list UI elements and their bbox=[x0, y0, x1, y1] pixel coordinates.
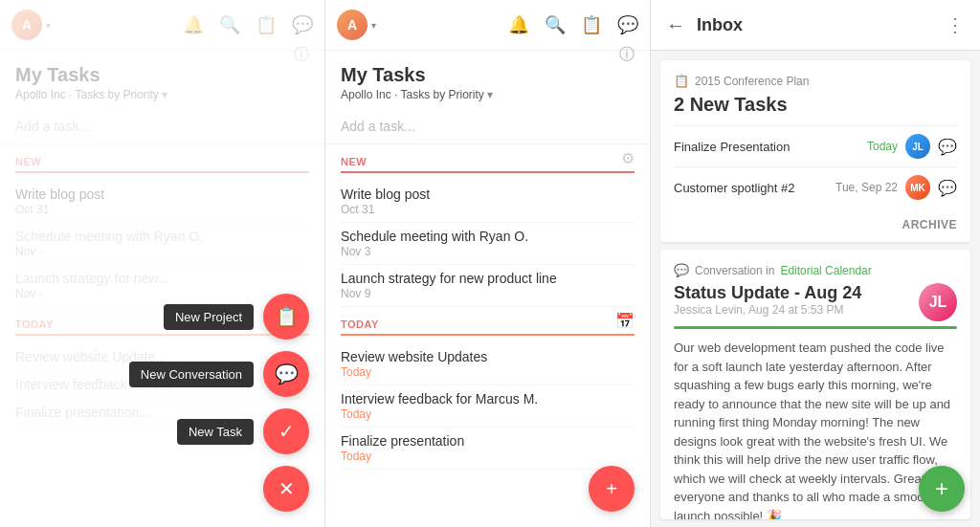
new-project-label: New Project bbox=[164, 304, 254, 330]
project-icon: 📋 bbox=[674, 74, 689, 88]
convo-label-row: 💬 Conversation in Editorial Calendar bbox=[674, 263, 957, 277]
task-date: Today bbox=[341, 365, 635, 379]
task-name: Write blog post bbox=[341, 187, 635, 202]
right-panel: ← Inbox ⋮ 📋 2015 Conference Plan 2 New T… bbox=[651, 0, 980, 527]
search-icon[interactable]: 🔍 bbox=[545, 14, 566, 35]
middle-fab-area: + bbox=[589, 466, 635, 512]
task-item[interactable]: Review website Updates Today bbox=[341, 343, 635, 385]
new-divider bbox=[341, 171, 635, 173]
card-task-row[interactable]: Finalize Presentation Today JL 💬 bbox=[674, 125, 957, 166]
conference-card: 📋 2015 Conference Plan 2 New Tasks Final… bbox=[660, 60, 970, 242]
convo-progress-bar bbox=[674, 326, 957, 329]
card-task-name: Finalize Presentation bbox=[674, 140, 859, 154]
task-item[interactable]: Launch strategy for new product line Nov… bbox=[341, 265, 635, 307]
conversation-icon: 💬 bbox=[674, 263, 689, 277]
task-name: Finalize presentation bbox=[341, 433, 635, 449]
right-fab-button[interactable]: + bbox=[919, 466, 965, 512]
card-task-name: Customer spotlight #2 bbox=[674, 181, 828, 195]
convo-title-row: Status Update - Aug 24 Jessica Levin, Au… bbox=[674, 283, 957, 324]
page-subtitle: Apollo Inc · Tasks by Priority ▾ bbox=[341, 88, 635, 101]
task-avatar: MK bbox=[905, 175, 930, 200]
page-title: My Tasks bbox=[341, 64, 635, 86]
convo-body: Our web development team pushed the code… bbox=[674, 339, 957, 519]
convo-title-block: Status Update - Aug 24 Jessica Levin, Au… bbox=[674, 283, 909, 324]
card-task-date: Today bbox=[867, 140, 898, 153]
card-project-row: 📋 2015 Conference Plan bbox=[674, 74, 957, 88]
avatar-chevron-icon: ▾ bbox=[371, 20, 376, 31]
page-header: ⓘ My Tasks Apollo Inc · Tasks by Priorit… bbox=[325, 51, 650, 109]
comment-icon[interactable]: 💬 bbox=[938, 138, 957, 156]
middle-top-bar: A ▾ 🔔 🔍 📋 💬 bbox=[325, 0, 650, 51]
convo-title: Status Update - Aug 24 bbox=[674, 283, 909, 303]
task-item[interactable]: Write blog post Oct 31 bbox=[341, 181, 635, 223]
task-name: Review website Updates bbox=[341, 349, 635, 364]
more-icon[interactable]: ⋮ bbox=[946, 13, 965, 36]
new-task-row: New Task ✓ bbox=[177, 408, 309, 454]
add-task-input[interactable]: Add a task... bbox=[341, 119, 635, 134]
task-date: Nov 3 bbox=[341, 245, 635, 258]
middle-panel: A ▾ 🔔 🔍 📋 💬 ⓘ My Tasks Apollo Inc · Task… bbox=[325, 0, 651, 527]
new-section: NEW ⚙ Write blog post Oct 31 Schedule me… bbox=[325, 144, 650, 307]
today-section: TODAY 📅 Review website Updates Today Int… bbox=[325, 307, 650, 470]
convo-project-link[interactable]: Editorial Calendar bbox=[780, 264, 871, 277]
task-item[interactable]: Schedule meeting with Ryan O. Nov 3 bbox=[341, 223, 635, 265]
top-icons: 🔔 🔍 📋 💬 bbox=[508, 14, 638, 35]
card-task-date: Tue, Sep 22 bbox=[835, 181, 898, 194]
convo-avatar: JL bbox=[919, 283, 957, 321]
task-item[interactable]: Interview feedback for Marcus M. Today bbox=[341, 385, 635, 428]
bell-icon[interactable]: 🔔 bbox=[508, 14, 529, 35]
middle-fab-button[interactable]: + bbox=[589, 466, 635, 512]
tasks-icon[interactable]: 📋 bbox=[581, 14, 602, 35]
inbox-header: ← Inbox ⋮ bbox=[651, 0, 980, 51]
section-new-label: NEW bbox=[341, 144, 367, 171]
convo-in-label: Conversation in bbox=[695, 264, 774, 277]
task-date: Today bbox=[341, 407, 635, 421]
task-date: Today bbox=[341, 450, 635, 463]
task-name: Schedule meeting with Ryan O. bbox=[341, 229, 635, 244]
avatar[interactable]: A bbox=[337, 10, 368, 40]
back-button[interactable]: ← bbox=[666, 14, 685, 36]
left-panel: A ▾ 🔔 🔍 📋 💬 ⓘ My Tasks Apollo Inc · Task… bbox=[0, 0, 325, 527]
archive-button[interactable]: ARCHIVE bbox=[902, 218, 957, 231]
fab-close-button[interactable]: ✕ bbox=[263, 466, 309, 512]
convo-author: Jessica Levin, Aug 24 at 5:53 PM bbox=[674, 303, 909, 317]
comment-icon[interactable]: 💬 bbox=[938, 179, 957, 197]
new-conversation-row: New Conversation 💬 bbox=[129, 351, 309, 397]
settings-icon: ⚙ bbox=[621, 149, 635, 167]
calendar-icon: 📅 bbox=[615, 312, 635, 330]
new-task-label: New Task bbox=[177, 419, 254, 445]
task-date: Nov 9 bbox=[341, 287, 635, 300]
new-task-button[interactable]: ✓ bbox=[263, 408, 309, 454]
task-name: Interview feedback for Marcus M. bbox=[341, 391, 635, 406]
info-icon[interactable]: ⓘ bbox=[619, 45, 635, 65]
new-conversation-button[interactable]: 💬 bbox=[263, 351, 309, 397]
card-task-row[interactable]: Customer spotlight #2 Tue, Sep 22 MK 💬 bbox=[674, 166, 957, 208]
new-conversation-label: New Conversation bbox=[129, 362, 254, 387]
task-date: Oct 31 bbox=[341, 203, 635, 216]
new-project-button[interactable]: 📋 bbox=[263, 294, 309, 340]
today-divider bbox=[341, 334, 635, 336]
task-name: Launch strategy for new product line bbox=[341, 271, 635, 286]
inbox-title: Inbox bbox=[697, 15, 934, 35]
fab-area: New Project 📋 New Conversation 💬 New Tas… bbox=[129, 294, 309, 512]
task-item[interactable]: Finalize presentation Today bbox=[341, 428, 635, 470]
archive-row: ARCHIVE bbox=[674, 208, 957, 232]
new-project-row: New Project 📋 bbox=[164, 294, 309, 340]
new-tasks-count: 2 New Tasks bbox=[674, 94, 957, 116]
chat-icon[interactable]: 💬 bbox=[617, 14, 638, 35]
task-avatar: JL bbox=[905, 134, 930, 159]
section-today-label: TODAY bbox=[341, 307, 379, 334]
project-name: 2015 Conference Plan bbox=[695, 75, 809, 88]
add-task-area: Add a task... bbox=[325, 109, 650, 144]
